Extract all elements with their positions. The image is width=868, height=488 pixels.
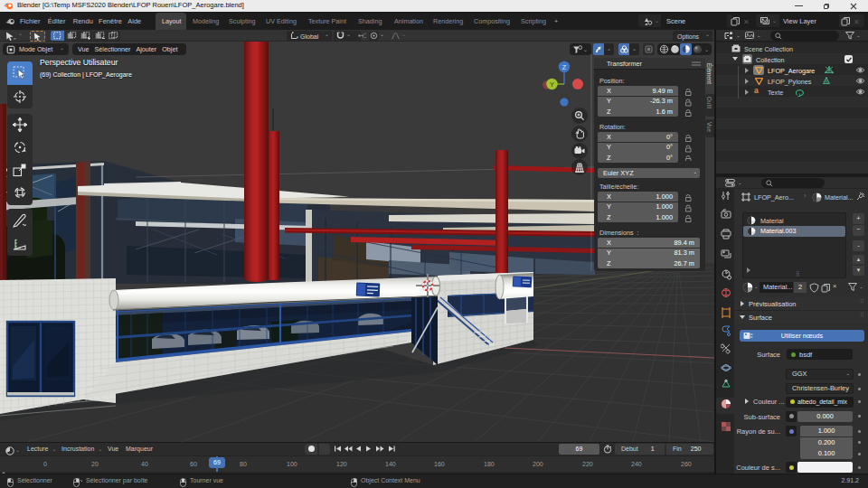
- svg-text:Z: Z: [562, 63, 567, 71]
- svg-text:Y: Y: [550, 80, 554, 89]
